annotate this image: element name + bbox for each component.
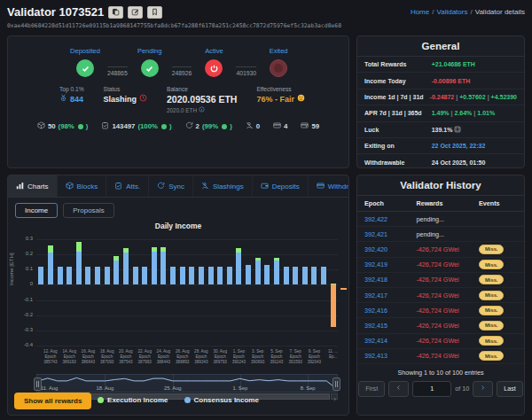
counter-deposits[interactable]: 4	[273, 121, 287, 131]
general-row-label: Withdrawable	[364, 159, 432, 166]
income-bar-execution	[274, 258, 279, 261]
counter-value: 2	[196, 122, 200, 130]
epoch-link[interactable]: 392,422	[364, 215, 387, 223]
stat-rank[interactable]: Top 0.1% 844	[59, 86, 84, 113]
epoch-active-exited: 401930	[236, 70, 256, 76]
subtab-proposals[interactable]: Proposals	[63, 203, 114, 218]
y-tick-label: 0	[15, 281, 33, 286]
breadcrumb-validators-link[interactable]: Validators	[436, 8, 467, 16]
epoch-link[interactable]: 392,414	[364, 337, 387, 345]
epoch-link[interactable]: 392,419	[364, 261, 387, 268]
subtab-income[interactable]: Income	[15, 203, 58, 218]
counter-blocks[interactable]: 50(98%)	[37, 121, 89, 131]
tab-sync[interactable]: Sync	[149, 175, 193, 197]
prev-page-button[interactable]	[388, 381, 409, 397]
table-row: 392,420-426,724 GWeiMiss.	[357, 242, 524, 257]
legend-execution-income[interactable]: Execution Income	[98, 396, 168, 404]
chevron-right-icon	[480, 385, 486, 393]
exited-circle	[270, 59, 287, 77]
breadcrumb-home-link[interactable]: Home	[411, 8, 429, 16]
navigator-left-handle[interactable]	[34, 377, 42, 391]
pagination: First of 10 Last	[357, 381, 524, 397]
slash-icon	[201, 182, 209, 191]
next-page-button[interactable]	[473, 381, 493, 397]
tab-withdrawals[interactable]: Withdrawals	[309, 175, 349, 197]
tab-blocks[interactable]: Blocks	[58, 175, 107, 197]
y-tick-label: 0.3	[15, 236, 33, 241]
income-bar-consensus	[180, 267, 185, 285]
epoch-link[interactable]: 392,420	[364, 245, 387, 253]
navigator-right-handle[interactable]	[332, 377, 340, 391]
tab-label: Slashings	[213, 183, 244, 191]
chart-title: Daily Income	[8, 222, 348, 230]
gridline	[36, 254, 338, 255]
check-icon	[76, 59, 94, 77]
counter-slashings[interactable]: 0	[246, 121, 260, 131]
epoch-link[interactable]: 392,417	[364, 292, 387, 299]
copy-icon	[112, 5, 120, 19]
legend-consensus-income[interactable]: Consensus Income	[184, 396, 259, 404]
income-bar-consensus	[133, 267, 138, 285]
edit-button[interactable]	[128, 6, 143, 19]
epoch-link[interactable]: 392,413	[364, 352, 387, 360]
tab-deposits[interactable]: Deposits	[253, 175, 309, 197]
epoch-pending-active: 248926	[172, 70, 192, 76]
income-bar-execution	[236, 248, 241, 253]
general-row: Luck139.1%	[357, 122, 524, 138]
epoch-link[interactable]: 392,416	[364, 307, 387, 315]
tab-slashings[interactable]: Slashings	[193, 175, 253, 197]
neutral-face-icon	[297, 94, 305, 104]
counters-row: 50(98%)143497(100%)2 (99%)0459	[17, 121, 340, 131]
column-rewards: Rewards	[416, 199, 479, 207]
x-tick-label: 11. ...Ep...	[320, 349, 347, 360]
gridline	[36, 346, 338, 346]
last-page-button[interactable]: Last	[497, 381, 523, 397]
tab-label: Charts	[27, 183, 49, 191]
table-row: 392,417-426,724 GWeiMiss.	[357, 288, 524, 303]
counter-sync[interactable]: 2 (99%)	[185, 121, 232, 131]
general-card: General Total Rewards+21.04686 ETHIncome…	[356, 35, 525, 168]
epoch-link[interactable]: 392,418	[364, 276, 387, 284]
income-bar-consensus	[152, 252, 157, 285]
check-icon	[141, 59, 159, 77]
copy-button[interactable]	[108, 6, 123, 19]
bookmark-button[interactable]	[147, 6, 162, 19]
general-row-label: Exiting on	[364, 143, 432, 149]
missed-badge: Miss.	[479, 306, 505, 315]
show-all-rewards-button[interactable]: Show all rewards	[14, 393, 91, 409]
y-tick-label: 0.1	[15, 266, 33, 271]
stats-row: Top 0.1% 844 Status Slashing Balance 202…	[59, 86, 340, 113]
topbar: Validator 1073521 0xae44b0684228d51d1172…	[7, 5, 525, 29]
income-bar-consensus	[264, 265, 270, 284]
counter-value: 4	[284, 122, 287, 130]
missed-badge: Miss.	[479, 336, 505, 346]
reward-value: -426,724 GWei	[416, 245, 458, 253]
counter-value: 59	[311, 122, 319, 130]
edit-icon	[131, 5, 139, 19]
validator-pubkey: 0xae44b0684228d51d11726e09115b1a98681477…	[7, 22, 341, 29]
income-bar-consensus	[321, 267, 326, 285]
page-title: Validator 1073521	[7, 5, 104, 19]
y-tick-label: -0.1	[15, 297, 33, 302]
tab-attestations[interactable]: Atts.	[106, 175, 149, 197]
counter-attestations[interactable]: 143497(100%)	[101, 121, 171, 131]
table-row: 392,418-426,724 GWeiMiss.	[357, 273, 524, 288]
table-row: 392,422pending...	[357, 212, 524, 227]
first-page-button[interactable]: First	[358, 381, 385, 397]
income-bar-consensus	[284, 267, 289, 285]
epoch-link[interactable]: 392,415	[364, 322, 387, 330]
counter-withdrawals[interactable]: 59	[301, 121, 319, 131]
general-row: Income 1d | 7d | 31d-0.24872 | +0.57602 …	[357, 89, 524, 105]
income-bar-consensus	[302, 267, 308, 285]
general-row-value: -0.24872 | +0.57602 | +4.52390	[430, 94, 517, 100]
info-icon[interactable]	[199, 106, 205, 113]
table-row: 392,416-426,724 GWeiMiss.	[357, 303, 524, 318]
page-number-input[interactable]	[412, 381, 451, 397]
general-row: Exiting on22 Oct 2025, 22:32	[357, 138, 524, 154]
clipboard-icon	[101, 121, 109, 131]
clock-icon	[139, 94, 147, 104]
tab-charts[interactable]: Charts	[8, 175, 58, 197]
epoch-link[interactable]: 392,421	[364, 230, 387, 238]
general-row: Withdrawable24 Oct 2025, 01:50	[357, 154, 524, 168]
income-bar-consensus	[311, 267, 317, 285]
